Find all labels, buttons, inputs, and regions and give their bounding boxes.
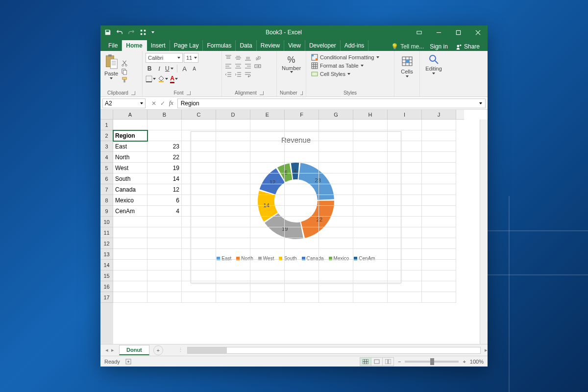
row-header[interactable]: 17 (100, 292, 113, 303)
cell[interactable]: Region (113, 130, 147, 141)
cell[interactable] (388, 238, 422, 249)
number-launcher-icon[interactable] (300, 91, 303, 95)
cell[interactable] (353, 227, 388, 238)
cell[interactable] (353, 184, 388, 195)
cell[interactable] (113, 217, 147, 227)
font-size-select[interactable]: 11 (184, 53, 198, 63)
cell[interactable] (353, 130, 388, 141)
cell[interactable]: 6 (147, 195, 182, 206)
number-format-button[interactable]: % Number (280, 53, 303, 75)
cell[interactable] (285, 292, 319, 303)
cell[interactable]: 12 (147, 184, 182, 195)
zoom-in-button[interactable]: + (463, 359, 466, 365)
cell[interactable]: 14 (147, 173, 182, 184)
cell[interactable] (216, 238, 250, 249)
row-header[interactable]: 13 (100, 249, 113, 260)
ribbon-display-options[interactable] (409, 25, 429, 39)
tab-view[interactable]: View (284, 40, 305, 51)
cell[interactable] (422, 195, 456, 206)
cell[interactable] (285, 206, 319, 217)
cell[interactable] (388, 249, 422, 260)
cell[interactable] (422, 260, 456, 270)
cell[interactable]: Mexico (113, 195, 147, 206)
cell[interactable] (113, 249, 147, 260)
row-header[interactable]: 15 (100, 270, 113, 281)
cell[interactable] (113, 238, 147, 249)
cell[interactable] (250, 141, 285, 152)
row-header[interactable]: 3 (100, 141, 113, 152)
cell[interactable] (422, 238, 456, 249)
cell[interactable] (388, 195, 422, 206)
cell[interactable] (422, 173, 456, 184)
horizontal-scrollbar[interactable] (187, 347, 481, 354)
tab-home[interactable]: Home (122, 40, 147, 51)
cell[interactable]: 22 (147, 152, 182, 163)
column-header[interactable]: A (113, 110, 147, 120)
row-header[interactable]: 10 (100, 217, 113, 227)
close-button[interactable] (468, 25, 488, 39)
row-header[interactable]: 2 (100, 130, 113, 141)
column-header[interactable]: E (250, 110, 285, 120)
maximize-button[interactable] (448, 25, 468, 39)
format-as-table-button[interactable]: Format as Table (311, 62, 389, 69)
cell[interactable] (388, 260, 422, 270)
cell[interactable] (422, 152, 456, 163)
cell[interactable] (216, 130, 250, 141)
cell[interactable] (113, 227, 147, 238)
cell[interactable] (216, 249, 250, 260)
cell[interactable] (285, 260, 319, 270)
cell[interactable] (216, 152, 250, 163)
zoom-out-button[interactable]: − (398, 359, 401, 365)
tab-add-ins[interactable]: Add-ins (341, 40, 369, 51)
format-painter-icon[interactable] (121, 76, 128, 83)
cell[interactable] (353, 270, 388, 281)
cell[interactable] (319, 195, 353, 206)
cell[interactable] (422, 141, 456, 152)
cell[interactable] (353, 141, 388, 152)
cell[interactable] (147, 260, 182, 270)
view-page-break-button[interactable] (382, 357, 394, 366)
cell[interactable] (285, 163, 319, 173)
cell[interactable] (182, 227, 216, 238)
row-header[interactable]: 14 (100, 260, 113, 270)
cell[interactable] (388, 173, 422, 184)
cell[interactable] (319, 184, 353, 195)
cell[interactable] (285, 270, 319, 281)
cell[interactable] (250, 217, 285, 227)
cell[interactable] (250, 249, 285, 260)
cell[interactable] (182, 260, 216, 270)
align-top-icon[interactable] (225, 54, 232, 61)
cell[interactable] (147, 238, 182, 249)
macro-record-icon[interactable] (125, 358, 132, 365)
cell[interactable] (319, 238, 353, 249)
cell[interactable] (250, 195, 285, 206)
cell[interactable] (388, 141, 422, 152)
italic-button[interactable]: I (155, 64, 163, 73)
cell[interactable] (216, 184, 250, 195)
tab-file[interactable]: File (104, 40, 122, 51)
cell[interactable] (422, 206, 456, 217)
share-button[interactable]: Share (454, 42, 482, 51)
cell[interactable] (285, 249, 319, 260)
cell[interactable] (388, 152, 422, 163)
cell[interactable] (319, 173, 353, 184)
cell[interactable]: West (113, 163, 147, 173)
cell[interactable] (285, 227, 319, 238)
cell[interactable] (147, 130, 182, 141)
font-name-select[interactable]: Calibri (146, 53, 183, 63)
cell[interactable] (388, 270, 422, 281)
orientation-icon[interactable]: ab (254, 54, 261, 61)
alignment-launcher-icon[interactable] (260, 91, 264, 95)
scroll-right-icon[interactable]: ▸ (485, 347, 488, 353)
cell[interactable] (319, 120, 353, 130)
vertical-scrollbar[interactable] (480, 120, 488, 344)
cell[interactable] (147, 292, 182, 303)
cell[interactable] (182, 184, 216, 195)
cell[interactable] (353, 217, 388, 227)
view-page-layout-button[interactable] (371, 357, 383, 366)
font-color-button[interactable]: A (170, 74, 178, 83)
cell-grid[interactable]: Revenue 232219141264 EastNorthWestSouthC… (113, 120, 480, 344)
fx-icon[interactable]: fx (169, 99, 173, 107)
cell[interactable]: CenAm (113, 206, 147, 217)
paste-button[interactable]: Paste (103, 53, 119, 90)
